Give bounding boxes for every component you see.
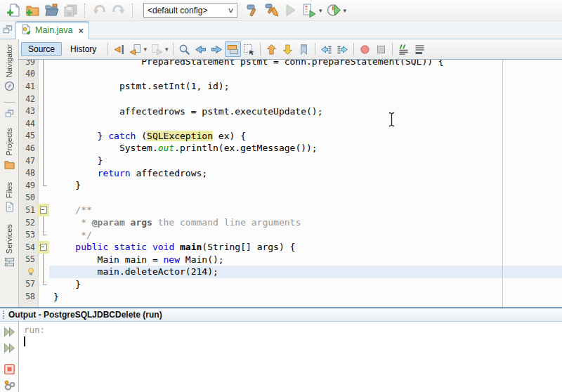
rerun-button[interactable] (2, 325, 17, 339)
debug-project-button[interactable] (300, 1, 319, 20)
code-line-54[interactable]: 54 public static void main(String[] args… (19, 241, 562, 254)
shift-line-left-button[interactable] (318, 41, 334, 57)
code-line-48[interactable]: 48 return affectedrows; (19, 166, 562, 179)
next-bookmark-button[interactable] (280, 41, 296, 57)
code-line-43[interactable]: 43 affectedrows = pstmt.executeUpdate(); (19, 105, 562, 117)
sidebar-item-projects[interactable]: Projects (4, 123, 15, 177)
code-line-39[interactable]: 39 PreparedStatement pstmt = conn.prepar… (19, 60, 562, 68)
line-number[interactable]: 40 (19, 68, 38, 81)
code-text[interactable]: public static void main(String[] args) { (49, 241, 562, 254)
code-line-42[interactable]: 42 (19, 93, 562, 105)
back-dropdown-icon[interactable]: ▾ (143, 46, 147, 53)
history-view-button[interactable]: History (63, 42, 103, 56)
code-text[interactable]: main.deleteActor(214); (49, 266, 562, 278)
code-line-55[interactable]: 55 Main main = new Main(); (19, 254, 562, 266)
code-line-52[interactable]: 52 * @param args the command line argume… (19, 216, 562, 229)
line-number[interactable]: 58 (19, 290, 38, 303)
code-line-57[interactable]: 57 } (19, 278, 562, 291)
code-text[interactable]: System.out.println(ex.getMessage()); (49, 142, 562, 155)
last-edit-position-button[interactable] (111, 41, 127, 57)
sidebar-item-navigator[interactable]: Navigator (4, 39, 15, 98)
line-number[interactable]: 46 (19, 142, 38, 155)
open-project-button[interactable] (42, 1, 61, 20)
code-line-41[interactable]: 41 pstmt.setInt(1, id); (19, 80, 562, 93)
undo-button[interactable] (90, 1, 109, 20)
cascade-windows-icon[interactable] (5, 106, 14, 123)
run-project-button[interactable] (281, 1, 300, 20)
toggle-bookmark-button[interactable] (296, 41, 312, 57)
code-line-49[interactable]: 49 } (19, 179, 562, 192)
code-line-47[interactable]: 47 } (19, 155, 562, 167)
code-line-45[interactable]: 45 } catch (SQLException ex) { (19, 130, 562, 143)
line-number[interactable]: 47 (19, 155, 38, 167)
line-number[interactable]: 41 (19, 80, 38, 93)
line-number[interactable]: 43 (19, 105, 38, 117)
code-editor[interactable]: 39 PreparedStatement pstmt = conn.prepar… (19, 60, 562, 307)
new-file-button[interactable] (4, 1, 23, 20)
build-project-button[interactable] (243, 1, 262, 20)
config-combobox[interactable]: <default config> ∨ (143, 3, 237, 18)
start-macro-recording-button[interactable] (357, 41, 373, 57)
line-number[interactable]: 52 (19, 216, 38, 229)
code-text[interactable] (49, 93, 562, 105)
code-text[interactable]: } (49, 179, 562, 192)
code-line-51[interactable]: 51 /** (19, 204, 562, 216)
line-number[interactable]: 54 (19, 241, 38, 254)
previous-bookmark-button[interactable] (263, 41, 280, 57)
code-line-56[interactable]: main.deleteActor(214); (19, 266, 562, 278)
redo-button[interactable] (109, 1, 128, 20)
code-text[interactable]: } (49, 278, 562, 291)
forward-button[interactable] (149, 41, 165, 57)
code-text[interactable]: } catch (SQLException ex) { (49, 130, 562, 143)
sidebar-item-files[interactable]: Files (4, 177, 15, 219)
fold-mark[interactable] (38, 241, 49, 254)
code-line-50[interactable]: 50 (19, 192, 562, 204)
code-text[interactable] (49, 68, 562, 81)
code-line-58[interactable]: 58} (19, 290, 562, 303)
code-text[interactable] (49, 117, 562, 130)
line-number[interactable]: 49 (19, 179, 38, 192)
hint-lightbulb-icon[interactable] (19, 266, 38, 278)
code-text[interactable]: } (49, 155, 562, 167)
line-number[interactable]: 42 (19, 93, 38, 105)
line-number[interactable]: 44 (19, 117, 38, 130)
fold-mark[interactable] (38, 204, 49, 216)
find-selection-button[interactable] (176, 41, 192, 57)
tab-main-java[interactable]: Main.java × (15, 21, 89, 39)
output-console[interactable]: run: (19, 322, 562, 392)
source-view-button[interactable]: Source (21, 42, 62, 56)
stop-run-button[interactable] (2, 362, 17, 376)
profile-project-button[interactable] (325, 1, 344, 20)
code-line-40[interactable]: 40 (19, 68, 562, 81)
code-line-53[interactable]: 53 */ (19, 228, 562, 241)
line-number[interactable]: 39 (19, 60, 38, 68)
forward-dropdown-icon[interactable]: ▾ (165, 46, 169, 53)
line-number[interactable]: 50 (19, 192, 38, 204)
line-number[interactable]: 45 (19, 130, 38, 143)
line-number[interactable]: 57 (19, 278, 38, 291)
code-line-44[interactable]: 44 (19, 117, 562, 130)
comment-button[interactable] (396, 41, 412, 57)
rerun-with-changes-button[interactable] (2, 341, 17, 355)
shift-line-right-button[interactable] (334, 41, 351, 57)
line-number[interactable]: 48 (19, 166, 38, 179)
tab-close-icon[interactable]: × (79, 25, 84, 36)
code-text[interactable]: /** (49, 204, 562, 216)
output-header[interactable]: Output - PostgreSQLJDBCDelete (run) (0, 308, 562, 322)
code-text[interactable] (49, 192, 562, 204)
back-button[interactable] (127, 41, 143, 57)
code-text[interactable]: } (49, 290, 562, 303)
next-occurrence-button[interactable] (209, 41, 225, 57)
code-text[interactable]: affectedrows = pstmt.executeUpdate(); (49, 105, 562, 117)
toggle-highlight-search-button[interactable] (225, 41, 241, 57)
line-number[interactable]: 51 (19, 204, 38, 216)
code-text[interactable]: * @param args the command line arguments (49, 216, 562, 229)
ant-settings-button[interactable] (2, 378, 17, 392)
line-number[interactable]: 55 (19, 254, 38, 266)
save-all-button[interactable] (61, 1, 80, 20)
code-line-46[interactable]: 46 System.out.println(ex.getMessage()); (19, 142, 562, 155)
code-text[interactable]: */ (49, 228, 562, 241)
sidebar-item-services[interactable]: Services (4, 219, 15, 275)
dock-window-icon[interactable] (0, 22, 15, 37)
uncomment-button[interactable] (412, 41, 428, 57)
